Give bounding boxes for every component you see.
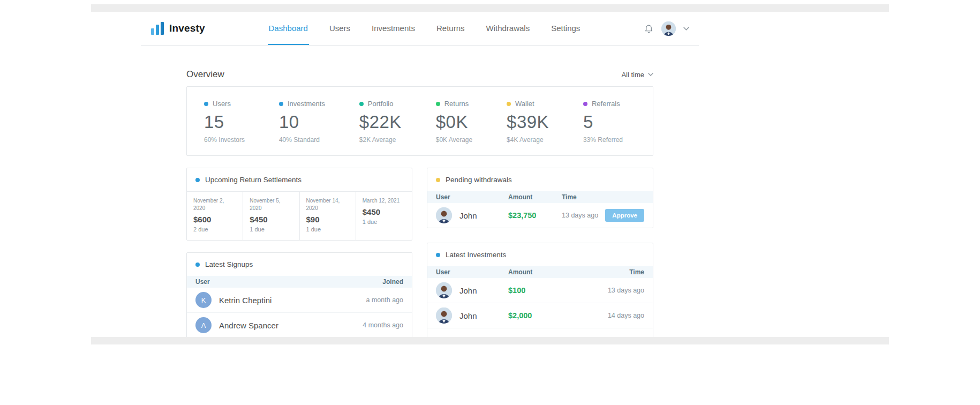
- avatar: [436, 282, 452, 298]
- settlement-date: March 12, 2021: [363, 197, 405, 205]
- column-header-user: User: [436, 268, 508, 276]
- app-window: Investy Dashboard Users Investments Retu…: [141, 12, 699, 337]
- dashboard-content: Overview All time Users 15 60% Investors…: [186, 69, 653, 337]
- stat-sub: 33% Referred: [583, 136, 623, 144]
- approve-button[interactable]: Approve: [605, 209, 644, 222]
- column-header-amount: Amount: [508, 268, 562, 276]
- settlement-amount: $90: [306, 215, 349, 224]
- settlement-due: 1 due: [250, 226, 292, 232]
- settlement-item: November 14, 2020 $90 1 due: [300, 192, 356, 240]
- time-filter-value: All time: [621, 71, 644, 79]
- withdrawal-time: 13 days ago: [562, 212, 605, 219]
- time-filter-dropdown[interactable]: All time: [621, 71, 653, 79]
- avatar: A: [195, 317, 212, 333]
- column-header-user: User: [436, 193, 508, 201]
- signups-table-header: User Joined: [187, 276, 412, 288]
- settlement-date: November 2, 2020: [193, 197, 236, 212]
- stat-dot: [359, 102, 364, 106]
- investments-card-header: Latest Investments: [427, 243, 653, 266]
- avatar: K: [195, 292, 212, 308]
- card-title: Latest Signups: [205, 260, 253, 268]
- stat-dot: [507, 102, 511, 106]
- nav-item-dashboard[interactable]: Dashboard: [268, 12, 309, 45]
- investment-time: 14 days ago: [562, 312, 644, 319]
- stat-label: Referrals: [592, 100, 620, 108]
- stat-sub: 40% Standard: [279, 136, 325, 144]
- avatar: [436, 308, 452, 324]
- stat-portfolio: Portfolio $22K $2K Average: [359, 100, 402, 144]
- withdrawal-row: John $23,750 13 days ago Approve: [427, 203, 653, 228]
- signups-card: Latest Signups User Joined K Ketrin Chep…: [186, 252, 412, 337]
- column-header-time: Time: [562, 268, 644, 276]
- dashboard-columns: Upcoming Return Settlements November 2, …: [186, 168, 653, 337]
- page: Investy Dashboard Users Investments Retu…: [0, 0, 980, 405]
- stat-dot: [204, 102, 208, 106]
- withdrawals-card: Pending withdrawals User Amount Time: [427, 168, 653, 228]
- signups-card-header: Latest Signups: [187, 253, 412, 276]
- notifications-bell-icon[interactable]: [644, 24, 654, 34]
- main-nav: Dashboard Users Investments Returns With…: [268, 12, 582, 45]
- brand: Investy: [150, 12, 205, 45]
- settlement-date: November 14, 2020: [306, 197, 349, 212]
- settlement-due: 1 due: [363, 219, 405, 225]
- user-name: John: [459, 211, 477, 220]
- card-title: Latest Investments: [446, 251, 506, 259]
- investment-user: John: [436, 282, 508, 298]
- stat-value: $39K: [507, 112, 549, 132]
- column-header-user: User: [195, 278, 210, 286]
- signup-row: K Ketrin Cheptini a month ago: [187, 288, 412, 313]
- chevron-down-icon: [648, 73, 653, 76]
- stat-users: Users 15 60% Investors: [204, 100, 245, 144]
- stat-sub: $0K Average: [436, 136, 473, 144]
- overview-row: Overview All time: [186, 69, 653, 80]
- investment-time: 13 days ago: [562, 287, 644, 294]
- nav-item-settings[interactable]: Settings: [550, 12, 581, 45]
- stat-dot: [583, 102, 587, 106]
- signup-name: Ketrin Cheptini: [219, 296, 272, 305]
- signup-joined: 4 months ago: [363, 321, 403, 329]
- user-name: John: [459, 311, 477, 320]
- page-title: Overview: [186, 69, 224, 80]
- stat-investments: Investments 10 40% Standard: [279, 100, 325, 144]
- right-column: Pending withdrawals User Amount Time: [427, 168, 653, 337]
- settlement-amount: $450: [363, 207, 405, 216]
- left-column: Upcoming Return Settlements November 2, …: [186, 168, 412, 337]
- user-menu-chevron-down-icon[interactable]: [683, 27, 689, 31]
- card-title: Pending withdrawals: [446, 176, 512, 184]
- settlements-row: November 2, 2020 $600 2 due November 5, …: [187, 191, 412, 240]
- stat-label: Portfolio: [368, 100, 394, 108]
- column-header-joined: Joined: [382, 278, 403, 286]
- investment-row: John $100 13 days ago: [427, 278, 653, 303]
- settlement-amount: $600: [193, 215, 236, 224]
- header-right: [644, 12, 689, 45]
- stat-sub: $2K Average: [359, 136, 402, 144]
- avatar: [436, 207, 452, 223]
- user-avatar[interactable]: [661, 21, 676, 36]
- top-strip: [91, 4, 889, 12]
- card-dot: [195, 178, 200, 182]
- card-dot: [195, 262, 200, 267]
- investments-table-header: User Amount Time: [427, 266, 653, 278]
- stat-label: Investments: [288, 100, 325, 108]
- stat-dot: [279, 102, 283, 106]
- card-title: Upcoming Return Settlements: [205, 176, 301, 184]
- nav-item-investments[interactable]: Investments: [371, 12, 416, 45]
- withdrawals-table-header: User Amount Time: [427, 191, 653, 203]
- stat-sub: 60% Investors: [204, 136, 245, 144]
- stat-referrals: Referrals 5 33% Referred: [583, 100, 623, 144]
- investment-row: John $2,000 14 days ago: [427, 303, 653, 328]
- settlements-card: Upcoming Return Settlements November 2, …: [186, 168, 412, 241]
- nav-item-returns[interactable]: Returns: [435, 12, 466, 45]
- investment-user: John: [436, 308, 508, 324]
- settlement-item: November 2, 2020 $600 2 due: [187, 192, 243, 240]
- nav-item-withdrawals[interactable]: Withdrawals: [485, 12, 531, 45]
- stat-returns: Returns $0K $0K Average: [436, 100, 473, 144]
- signup-row: A Andrew Spancer 4 months ago: [187, 313, 412, 337]
- settlement-date: November 5, 2020: [250, 197, 292, 212]
- top-nav: Investy Dashboard Users Investments Retu…: [141, 12, 699, 46]
- nav-item-users[interactable]: Users: [328, 12, 351, 45]
- bar-chart-icon: [150, 21, 164, 35]
- settlement-amount: $450: [250, 215, 292, 224]
- bottom-strip: [91, 337, 889, 344]
- withdrawal-user: John: [436, 207, 508, 223]
